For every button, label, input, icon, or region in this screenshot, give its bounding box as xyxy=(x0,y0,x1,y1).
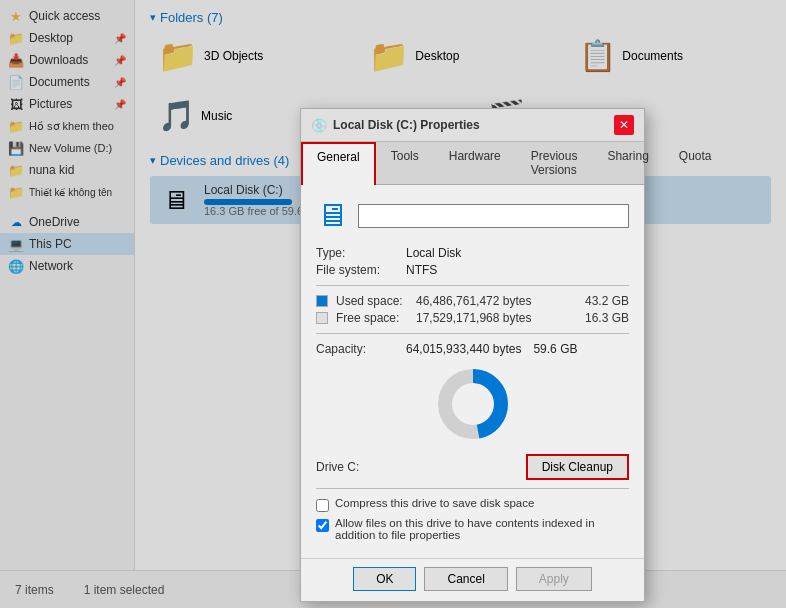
type-label: Type: xyxy=(316,246,406,260)
disk-cleanup-button[interactable]: Disk Cleanup xyxy=(526,454,629,480)
properties-dialog: 💿 Local Disk (C:) Properties ✕ General T… xyxy=(300,108,645,602)
fs-label: File system: xyxy=(316,263,406,277)
drive-header: 🖥 xyxy=(316,197,629,234)
capacity-row: Capacity: 64,015,933,440 bytes 59.6 GB xyxy=(316,342,629,356)
separator-1 xyxy=(316,285,629,286)
compress-checkbox[interactable] xyxy=(316,499,329,512)
cancel-button[interactable]: Cancel xyxy=(424,567,507,591)
separator-2 xyxy=(316,333,629,334)
apply-button[interactable]: Apply xyxy=(516,567,592,591)
tab-tools[interactable]: Tools xyxy=(376,142,434,184)
tab-hardware[interactable]: Hardware xyxy=(434,142,516,184)
used-space-bytes: 46,486,761,472 bytes xyxy=(416,294,585,308)
used-space-row: Used space: 46,486,761,472 bytes 43.2 GB xyxy=(316,294,629,308)
explorer-window: ★ Quick access 📁 Desktop 📌 📥 Downloads 📌… xyxy=(0,0,786,608)
fs-value: NTFS xyxy=(406,263,437,277)
tab-previous-versions[interactable]: Previous Versions xyxy=(516,142,593,184)
dialog-titlebar: 💿 Local Disk (C:) Properties ✕ xyxy=(301,109,644,142)
checkbox-compress-row: Compress this drive to save disk space xyxy=(316,497,629,512)
compress-label: Compress this drive to save disk space xyxy=(335,497,534,509)
dialog-footer: OK Cancel Apply xyxy=(301,558,644,601)
tab-sharing[interactable]: Sharing xyxy=(592,142,663,184)
tab-quota[interactable]: Quota xyxy=(664,142,727,184)
free-space-indicator xyxy=(316,312,328,324)
free-space-bytes: 17,529,171,968 bytes xyxy=(416,311,585,325)
separator-3 xyxy=(316,488,629,489)
donut-chart xyxy=(433,364,513,444)
drive-name-input[interactable] xyxy=(358,204,629,228)
ok-button[interactable]: OK xyxy=(353,567,416,591)
drive-c-row: Drive C: Disk Cleanup xyxy=(316,454,629,480)
dialog-title-text: Local Disk (C:) Properties xyxy=(333,118,608,132)
drive-large-icon: 🖥 xyxy=(316,197,348,234)
dialog-overlay: 💿 Local Disk (C:) Properties ✕ General T… xyxy=(0,0,786,608)
drive-icon-wrapper: 🖥 xyxy=(316,197,348,234)
capacity-bytes: 64,015,933,440 bytes xyxy=(406,342,521,356)
used-space-label: Used space: xyxy=(336,294,416,308)
index-checkbox[interactable] xyxy=(316,519,329,532)
checkbox-index-row: Allow files on this drive to have conten… xyxy=(316,517,629,541)
used-space-indicator xyxy=(316,295,328,307)
tab-general[interactable]: General xyxy=(301,142,376,185)
type-value: Local Disk xyxy=(406,246,461,260)
free-space-size: 16.3 GB xyxy=(585,311,629,325)
drive-c-label: Drive C: xyxy=(316,460,359,474)
info-table: Type: Local Disk File system: NTFS xyxy=(316,246,629,277)
used-space-size: 43.2 GB xyxy=(585,294,629,308)
dialog-close-button[interactable]: ✕ xyxy=(614,115,634,135)
capacity-size: 59.6 GB xyxy=(533,342,577,356)
donut-container xyxy=(316,364,629,444)
type-row: Type: Local Disk xyxy=(316,246,629,260)
free-space-row: Free space: 17,529,171,968 bytes 16.3 GB xyxy=(316,311,629,325)
dialog-tabs: General Tools Hardware Previous Versions… xyxy=(301,142,644,185)
dialog-title-icon: 💿 xyxy=(311,118,327,133)
index-label: Allow files on this drive to have conten… xyxy=(335,517,629,541)
fs-row: File system: NTFS xyxy=(316,263,629,277)
free-space-label: Free space: xyxy=(336,311,416,325)
dialog-body: 🖥 Type: Local Disk File system: NTFS xyxy=(301,185,644,558)
capacity-label: Capacity: xyxy=(316,342,406,356)
